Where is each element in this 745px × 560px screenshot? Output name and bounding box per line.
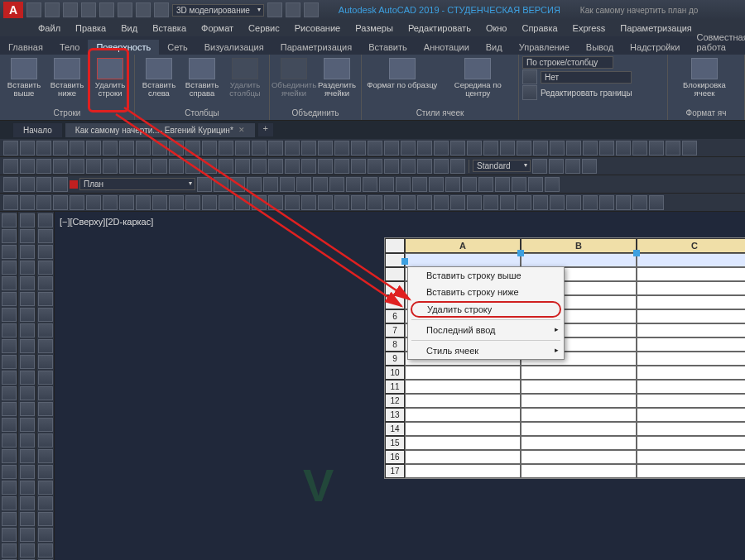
toolbar-icon[interactable] <box>512 177 526 192</box>
menu-modify[interactable]: Редактировать <box>401 22 478 35</box>
toolbar-icon[interactable] <box>169 141 184 156</box>
tool-icon[interactable] <box>2 308 17 322</box>
toolbar-icon[interactable] <box>532 159 547 174</box>
toolbar-icon[interactable] <box>301 141 316 156</box>
toolbar-icon[interactable] <box>252 141 267 156</box>
toolbar-icon[interactable] <box>450 159 465 174</box>
toolbar-icon[interactable] <box>649 195 664 210</box>
row-col-dropdown[interactable]: По строке/столбцу <box>522 56 613 69</box>
ctx-last-input[interactable]: Последний ввод <box>408 322 564 338</box>
tool-icon[interactable] <box>20 308 35 322</box>
toolbar-icon[interactable] <box>334 141 349 156</box>
tool-icon[interactable] <box>20 213 35 227</box>
toolbar-icon[interactable] <box>682 141 697 156</box>
toolbar-icon[interactable] <box>368 195 382 210</box>
tool-icon[interactable] <box>2 512 17 526</box>
toolbar-icon[interactable] <box>219 141 233 156</box>
tool-icon[interactable] <box>2 245 17 259</box>
tool-icon[interactable] <box>38 496 53 510</box>
toolbar-icon[interactable] <box>263 177 278 192</box>
tool-icon[interactable] <box>20 481 35 495</box>
toolbar-icon[interactable] <box>119 195 134 210</box>
toolbar-icon[interactable] <box>434 195 449 210</box>
toolbar-icon[interactable] <box>549 159 564 174</box>
tool-icon[interactable] <box>20 543 35 558</box>
menu-insert[interactable]: Вставка <box>146 22 193 35</box>
toolbar-icon[interactable] <box>202 141 217 156</box>
toolbar-icon[interactable] <box>202 195 217 210</box>
tool-icon[interactable] <box>38 261 53 275</box>
toolbar-icon[interactable] <box>252 195 267 210</box>
tool-icon[interactable] <box>38 371 53 385</box>
toolbar-icon[interactable] <box>632 195 647 210</box>
toolbar-icon[interactable] <box>235 195 250 210</box>
table-header[interactable]: A B C <box>385 238 745 253</box>
toolbar-icon[interactable] <box>296 177 311 192</box>
tool-icon[interactable] <box>38 276 53 290</box>
format-painter-button[interactable]: Формат по образцу <box>365 56 440 91</box>
toolbar-icon[interactable] <box>500 195 515 210</box>
col-header-c[interactable]: C <box>637 238 745 253</box>
toolbar-icon[interactable] <box>417 195 432 210</box>
tool-icon[interactable] <box>38 543 53 558</box>
toolbar-icon[interactable] <box>103 159 118 174</box>
tool-icon[interactable] <box>2 433 17 448</box>
qat-save-icon[interactable] <box>63 2 78 17</box>
menu-view[interactable]: Вид <box>114 22 144 35</box>
toolbar-icon[interactable] <box>3 177 18 192</box>
toolbar-icon[interactable] <box>152 159 167 174</box>
qat-cloud-icon[interactable] <box>286 2 300 17</box>
toolbar-icon[interactable] <box>20 195 35 210</box>
toolbar-icon[interactable] <box>450 141 465 156</box>
tool-icon[interactable] <box>2 339 17 353</box>
toolbar-icon[interactable] <box>103 195 118 210</box>
toolbar-icon[interactable] <box>53 195 68 210</box>
tool-icon[interactable] <box>38 386 53 400</box>
toolbar-icon[interactable] <box>202 159 217 174</box>
toolbar-icon[interactable] <box>478 177 493 192</box>
toolbar-icon[interactable] <box>230 177 245 192</box>
menu-draw[interactable]: Рисование <box>288 22 347 35</box>
toolbar-icon[interactable] <box>649 141 664 156</box>
toolbar-icon[interactable] <box>219 159 233 174</box>
toolbar-icon[interactable] <box>401 141 416 156</box>
tool-icon[interactable] <box>2 386 17 400</box>
toolbar-icon[interactable] <box>666 141 680 156</box>
insert-col-left-button[interactable]: Вставить слева <box>138 56 180 100</box>
toolbar-icon[interactable] <box>285 195 300 210</box>
tool-icon[interactable] <box>38 355 53 369</box>
toolbar-icon[interactable] <box>185 195 200 210</box>
rtab-output[interactable]: Вывод <box>578 40 622 55</box>
qat-new-icon[interactable] <box>26 2 41 17</box>
tool-icon[interactable] <box>2 276 17 290</box>
tool-icon[interactable] <box>20 229 35 243</box>
toolbar-icon[interactable] <box>566 195 581 210</box>
tool-icon[interactable] <box>38 339 53 353</box>
col-header-b[interactable]: B <box>521 238 637 253</box>
toolbar-icon[interactable] <box>334 159 349 174</box>
menu-edit[interactable]: Правка <box>69 22 113 35</box>
tool-icon[interactable] <box>20 449 35 463</box>
tool-icon[interactable] <box>2 371 17 385</box>
toolbar-icon[interactable] <box>169 159 184 174</box>
tool-icon[interactable] <box>38 245 53 259</box>
toolbar-icon[interactable] <box>313 177 328 192</box>
tool-icon[interactable] <box>20 386 35 400</box>
close-icon[interactable]: ✕ <box>238 126 245 134</box>
toolbar-icon[interactable] <box>351 141 366 156</box>
toolbar-icon[interactable] <box>412 177 427 192</box>
tool-icon[interactable] <box>38 402 53 416</box>
bg-dropdown[interactable]: Нет <box>541 71 632 84</box>
toolbar-icon[interactable] <box>550 195 565 210</box>
toolbar-icon[interactable] <box>3 159 18 174</box>
toolbar-icon[interactable] <box>70 141 84 156</box>
tool-icon[interactable] <box>20 496 35 510</box>
rtab-view[interactable]: Вид <box>478 40 511 55</box>
grip-icon[interactable] <box>633 250 640 256</box>
toolbar-icon[interactable] <box>285 159 300 174</box>
toolbar-icon[interactable] <box>3 195 18 210</box>
toolbar-icon[interactable] <box>268 141 283 156</box>
tool-icon[interactable] <box>38 465 53 479</box>
edit-borders-label[interactable]: Редактировать границы <box>541 89 632 98</box>
tool-icon[interactable] <box>20 371 35 385</box>
